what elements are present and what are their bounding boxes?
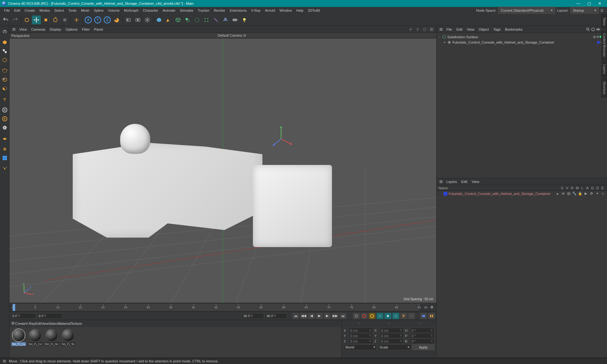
expand-toggle[interactable]: - (438, 35, 441, 39)
dope-sheet-button[interactable] (428, 313, 435, 319)
model-mode-button[interactable] (1, 38, 9, 46)
layers-menu-layers[interactable]: Layers (444, 178, 459, 185)
record-button[interactable] (353, 313, 360, 319)
visibility-dots[interactable] (597, 36, 602, 38)
coord-mode1-select[interactable]: World (344, 344, 377, 350)
play-button[interactable]: ▶ (316, 313, 323, 319)
coord-mode2-select[interactable]: Scale (378, 344, 411, 350)
coord-field-x[interactable]: 0 cm⇅ (379, 328, 404, 333)
camera-settings-icon[interactable]: ⚙ (243, 33, 246, 37)
hamburger-icon[interactable] (2, 359, 7, 364)
menu-simulate[interactable]: Simulate (178, 7, 196, 14)
menu-mesh[interactable]: Mesh (79, 7, 92, 14)
key-pla-button[interactable] (408, 313, 415, 319)
menu-mograph[interactable]: MoGraph (122, 7, 141, 14)
layer-tag[interactable] (597, 41, 600, 44)
tree-row[interactable]: -Subdivision Surface✓ (437, 34, 607, 39)
coord-field-x[interactable]: 0 cm⇅ (349, 328, 373, 333)
obj-menu-bookmarks[interactable]: Bookmarks (503, 26, 524, 33)
light-button[interactable] (240, 15, 249, 24)
layer-tag[interactable] (593, 36, 596, 38)
locked-crosshair-button[interactable] (72, 15, 81, 24)
layer-row[interactable]: Futuristic_Control_Console_with_Helmet_a… (437, 191, 607, 196)
close-button[interactable]: ✕ (594, 0, 605, 7)
menu-spline[interactable]: Spline (92, 7, 106, 14)
mat-menu-edit[interactable]: Edit (35, 322, 41, 325)
object-mode-button[interactable] (1, 56, 9, 64)
camera-button[interactable] (230, 15, 239, 24)
material-swatch[interactable]: Sci_Fi_He (44, 329, 59, 346)
filter-icon[interactable] (591, 27, 596, 32)
render-region-button[interactable] (133, 15, 142, 24)
workplane-snap-button[interactable]: S (1, 124, 9, 132)
maximize-button[interactable]: ▢ (584, 0, 594, 7)
mat-menu-material[interactable]: Material (58, 322, 71, 325)
mat-menu-select[interactable]: Select (49, 322, 58, 325)
undo-button[interactable] (1, 15, 10, 24)
menu-animate[interactable]: Animate (160, 7, 177, 14)
coord-field-y[interactable]: 0 cm⇅ (349, 333, 373, 338)
layer-flag-v[interactable]: 👁 (561, 192, 565, 196)
material-list[interactable]: Sci_Fi_CoSci_Fi_CoSci_Fi_HeSci_Fi_Ta (9, 327, 341, 358)
vp-toggle-icon[interactable] (429, 27, 434, 32)
mograph-cloner-button[interactable] (202, 15, 211, 24)
y-axis-button[interactable]: Y (93, 15, 102, 24)
vp-zoom-icon[interactable] (415, 27, 420, 32)
menu-character[interactable]: Character (141, 7, 160, 14)
polygon-mode-button[interactable] (1, 84, 9, 93)
environment-button[interactable] (221, 15, 230, 24)
rotate-tool-button[interactable] (51, 15, 60, 24)
menu-tracker[interactable]: Tracker (196, 7, 212, 14)
goto-end-button[interactable]: ⏭ (340, 313, 346, 319)
live-select-button[interactable] (22, 15, 31, 24)
workplane-button[interactable] (1, 134, 9, 143)
redo-button[interactable] (11, 15, 20, 24)
vp-menu-panel[interactable]: Panel (92, 26, 105, 33)
preview-start-field[interactable]: 90 F⇅ (242, 313, 264, 319)
viewport-solo-button[interactable] (1, 165, 9, 173)
make-editable-button[interactable] (1, 27, 9, 36)
side-tab-content-browser[interactable]: Content Browser (601, 30, 607, 60)
menu-modes[interactable]: Modes (37, 7, 52, 14)
side-tab-layers[interactable]: Layers (601, 61, 607, 77)
menu-tools[interactable]: Tools (66, 7, 79, 14)
vp-menu-filter[interactable]: Filter (80, 26, 92, 33)
layers-list[interactable]: Futuristic_Control_Console_with_Helmet_a… (437, 191, 607, 358)
coord-field-y[interactable]: 0 cm⇅ (379, 333, 404, 338)
eye-icon[interactable] (596, 27, 601, 32)
scale-tool-button[interactable] (41, 15, 50, 24)
menu-arnold[interactable]: Arnold (263, 7, 277, 14)
menu-file[interactable]: File (2, 7, 12, 14)
layers-menu-view[interactable]: View (469, 178, 481, 185)
coord-field-z[interactable]: 0 cm⇅ (379, 338, 404, 344)
layer-flag-s[interactable]: ● (555, 192, 560, 196)
layer-flag-a[interactable]: ▶ (584, 191, 588, 196)
menu-v-ray[interactable]: V-Ray (249, 7, 263, 14)
minimize-button[interactable]: — (573, 0, 584, 7)
goto-start-button[interactable]: ⏮ (292, 313, 299, 319)
layer-flag-e[interactable]: ◇ (601, 191, 605, 196)
obj-menu-tags[interactable]: Tags (491, 26, 503, 33)
menu-render[interactable]: Render (212, 7, 227, 14)
object-tree[interactable]: -Subdivision Surface✓+Futuristic_Control… (437, 33, 607, 178)
menu-volume[interactable]: Volume (106, 7, 122, 14)
coord-field-h[interactable]: 0 °⇅ (410, 328, 434, 333)
search-icon[interactable] (586, 27, 591, 32)
hamburger-icon[interactable] (11, 321, 15, 326)
menu-extensions[interactable]: Extensions (227, 7, 249, 14)
prev-key-button[interactable]: ◀◀ (300, 313, 307, 319)
hamburger-icon[interactable] (438, 26, 444, 33)
obj-menu-view[interactable]: View (465, 26, 477, 33)
tweak-button[interactable] (1, 154, 9, 162)
mat-menu-vray[interactable]: V-Ray (26, 322, 35, 325)
key-rot-button[interactable] (392, 313, 399, 319)
coord-field-p[interactable]: 0 °⇅ (410, 333, 434, 338)
edge-mode-button[interactable] (1, 76, 9, 84)
material-swatch[interactable]: Sci_Fi_Ta (61, 329, 75, 346)
keyframe-button[interactable] (369, 313, 376, 319)
axis-mode-button[interactable] (1, 95, 9, 103)
timeline[interactable]: 051015202530354045505560657075808590 90 … (9, 303, 436, 312)
menu-3dtoall[interactable]: 3DToAll (306, 7, 322, 14)
obj-menu-edit[interactable]: Edit (454, 26, 465, 33)
coord-field-z[interactable]: 0 cm⇅ (349, 338, 373, 344)
